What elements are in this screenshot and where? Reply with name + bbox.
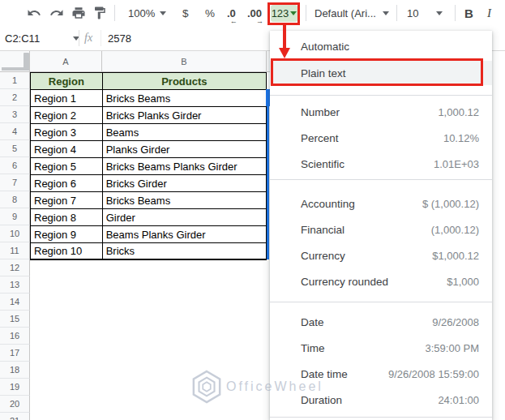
cell-products[interactable]: Bricks Beams: [103, 192, 267, 209]
cell-region[interactable]: Region 4: [31, 141, 103, 158]
font-size-dropdown[interactable]: 10: [407, 0, 443, 26]
menu-item[interactable]: Currency rounded $1,000: [270, 268, 492, 294]
menu-item-label: Number: [301, 106, 340, 118]
menu-item[interactable]: Accounting $ (1,000.12): [270, 191, 492, 216]
font-size-label: 10: [407, 7, 431, 19]
menu-item-example: $ (1,000.12): [422, 198, 479, 210]
table-row: Region 5 Bricks Beams Planks Girder: [31, 158, 267, 175]
row-number[interactable]: 3: [0, 106, 30, 123]
menu-item[interactable]: Date time 9/26/2008 15:59:00: [270, 361, 492, 387]
menu-item[interactable]: Date 9/26/2008: [270, 309, 492, 335]
print-button[interactable]: [71, 0, 86, 26]
annotation-arrow-line: [283, 24, 286, 48]
bold-button[interactable]: B: [464, 0, 473, 26]
chevron-down-icon: [160, 11, 166, 15]
menu-item[interactable]: Scientific 1.01E+03: [270, 151, 492, 177]
cell-region[interactable]: Region 1: [31, 90, 103, 107]
menu-item[interactable]: Financial (1,000.12): [270, 216, 492, 242]
table-body: Region 1 Bricks Beams Region 2 Bricks Pl…: [31, 90, 267, 260]
row-number[interactable]: 21: [0, 413, 30, 420]
row-number[interactable]: 18: [0, 362, 30, 379]
row-number[interactable]: 4: [0, 123, 30, 140]
menu-item[interactable]: Duration 24:01:00: [270, 387, 492, 413]
row-number[interactable]: 8: [0, 191, 30, 208]
row-number[interactable]: 10: [0, 225, 30, 242]
menu-item-label: Duration: [301, 394, 342, 406]
cell-region[interactable]: Region 7: [31, 192, 103, 209]
formula-input[interactable]: 2578: [108, 26, 131, 50]
table-row: Region 6 Bricks Girder: [31, 175, 267, 192]
font-family-dropdown[interactable]: Default (Ari...: [315, 0, 389, 26]
cell-products[interactable]: Bricks: [103, 243, 267, 260]
row-number[interactable]: 20: [0, 396, 30, 413]
column-header-b[interactable]: B: [102, 51, 267, 71]
row-number[interactable]: 14: [0, 294, 30, 311]
redo-button[interactable]: [49, 0, 64, 26]
increase-decimal-button[interactable]: .00→: [247, 0, 262, 26]
google-sheets-window: 100% $ % .0← .00→ 123 Default (Ari... 10: [0, 0, 505, 420]
toolbar: 100% $ % .0← .00→ 123 Default (Ari... 10: [0, 0, 505, 26]
menu-item-label: Currency rounded: [301, 276, 388, 288]
cell-products[interactable]: Bricks Girder: [103, 175, 267, 192]
row-number[interactable]: 16: [0, 328, 30, 345]
cell-region[interactable]: Region 9: [31, 226, 103, 243]
row-number[interactable]: 19: [0, 379, 30, 396]
data-table: Region Products Region 1 Bricks Beams Re…: [30, 72, 267, 260]
annotation-arrow-head-icon: [279, 48, 290, 58]
percent-format-button[interactable]: %: [205, 0, 215, 26]
table-row: Region 7 Bricks Beams: [31, 192, 267, 209]
menu-item[interactable]: Number 1,000.12: [270, 99, 492, 125]
row-number[interactable]: 12: [0, 259, 30, 276]
cell-products[interactable]: Girder: [103, 209, 267, 226]
menu-item-example: $1,000: [447, 276, 479, 288]
column-header-row: A B: [0, 51, 270, 72]
menu-item-automatic[interactable]: Automatic: [270, 36, 492, 58]
row-number[interactable]: 11: [0, 242, 30, 259]
row-number[interactable]: 7: [0, 174, 30, 191]
table-row: Region 10 Bricks: [31, 243, 267, 260]
column-header-a[interactable]: A: [30, 51, 102, 71]
cell-region[interactable]: Region 2: [31, 107, 103, 124]
decrease-decimal-button[interactable]: .0←: [227, 0, 236, 26]
cell-products[interactable]: Bricks Beams Planks Girder: [103, 158, 267, 175]
cell-products[interactable]: Beams Planks Girder: [103, 226, 267, 243]
cell-products[interactable]: Bricks Beams: [103, 90, 267, 107]
menu-item-label: Financial: [301, 224, 345, 236]
paint-format-button[interactable]: [92, 0, 107, 26]
cell-products[interactable]: Bricks Planks Girder: [103, 107, 267, 124]
row-number[interactable]: 6: [0, 157, 30, 174]
undo-button[interactable]: [27, 0, 41, 26]
cell-region[interactable]: Region 10: [31, 243, 103, 260]
select-all-corner[interactable]: [0, 51, 30, 71]
cell-region[interactable]: Region 5: [31, 158, 103, 175]
cell-products[interactable]: Planks Girder: [103, 141, 267, 158]
menu-item-example: 3:59:00 PM: [426, 342, 480, 354]
menu-item[interactable]: Percent 10.12%: [270, 125, 492, 151]
more-formats-button[interactable]: 123: [271, 5, 297, 22]
header-cell-region[interactable]: Region: [31, 73, 103, 90]
italic-button[interactable]: I: [487, 0, 491, 26]
currency-format-button[interactable]: $: [182, 0, 189, 26]
row-number[interactable]: 13: [0, 276, 30, 294]
cell-region[interactable]: Region 3: [31, 124, 103, 141]
row-number[interactable]: 17: [0, 345, 30, 362]
row-number[interactable]: 5: [0, 140, 30, 157]
header-cell-products[interactable]: Products: [103, 73, 267, 90]
menu-item[interactable]: Currency $1,000.12: [270, 242, 492, 268]
paint-format-icon: [92, 6, 107, 20]
bold-icon: B: [464, 6, 473, 20]
cell-region[interactable]: Region 8: [31, 209, 103, 226]
table-row: Region 3 Beams: [31, 124, 267, 141]
row-number[interactable]: 9: [0, 208, 30, 225]
row-number[interactable]: 15: [0, 311, 30, 328]
cell-products[interactable]: Beams: [103, 124, 267, 141]
menu-item-plain-text[interactable]: Plain text: [270, 61, 492, 85]
name-box[interactable]: C2:C11: [5, 26, 40, 50]
cell-region[interactable]: Region 6: [31, 175, 103, 192]
menu-item-example: 1.01E+03: [434, 158, 479, 170]
menu-item[interactable]: Time 3:59:00 PM: [270, 335, 492, 361]
row-number[interactable]: 1: [0, 72, 30, 89]
row-number[interactable]: 2: [0, 89, 30, 106]
zoom-dropdown[interactable]: 100%: [128, 0, 166, 26]
menu-item-example: $1,000.12: [432, 250, 479, 262]
